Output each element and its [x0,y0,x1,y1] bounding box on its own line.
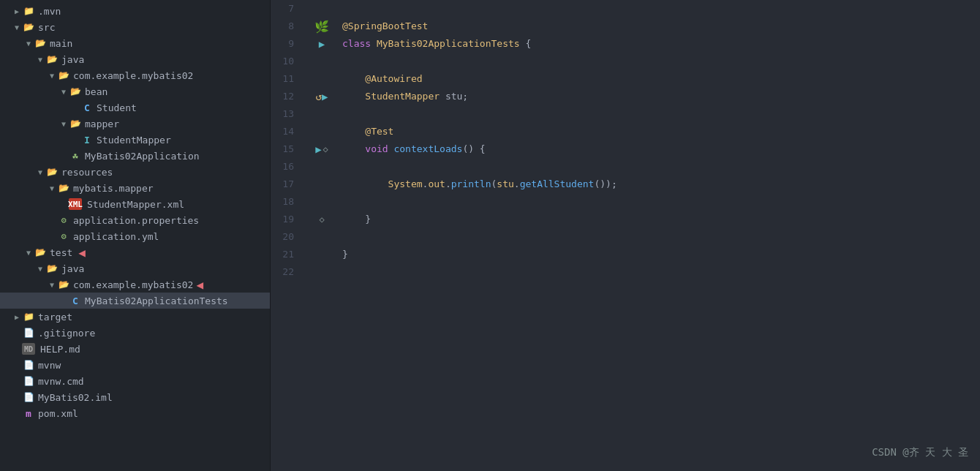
code-area[interactable]: @SpringBootTest class MyBatis02Applicati… [336,0,980,471]
label-app-yml: application.yml [73,231,159,242]
label-pom: pom.xml [38,408,78,419]
tree-item-student[interactable]: ▶ C Student [0,99,270,116]
label-java: java [61,54,84,65]
gutter-20 [307,228,336,246]
label-target: target [38,312,72,323]
pom-icon: m [22,407,35,419]
tree-item-java[interactable]: ▼ 📂 java [0,51,270,67]
gutter-22 [307,263,336,281]
label-mapper: mapper [85,118,119,129]
paren-15: () { [462,140,485,158]
line-numbers: 7 8 9 10 11 12 13 14 15 16 17 18 19 20 2… [271,0,307,471]
gutter-21 [307,246,336,263]
type-studentmapper: StudentMapper [342,88,440,105]
code-line-18 [342,193,980,211]
tree-item-mybatis-mapper[interactable]: ▼ 📂 mybatis.mapper [0,180,270,196]
line-num-9: 9 [271,35,300,53]
xml-icon-studentmapper: XML [69,198,82,210]
java-class-icon-student: C [80,102,94,113]
tree-item-helpmd[interactable]: ▶ MD HELP.md [0,341,270,357]
code-line-14: @Test [342,123,980,140]
editor: 7 8 9 10 11 12 13 14 15 16 17 18 19 20 2… [271,0,980,471]
folder-icon-java-test: 📂 [45,263,59,274]
label-app-properties: application.properties [73,215,199,226]
chevron-target: ▶ [12,313,22,321]
chevron-mvn: ▶ [12,7,22,15]
tree-item-studentmapper[interactable]: ▶ I StudentMapper [0,132,270,148]
code-line-8: @SpringBootTest [342,18,980,35]
tree-item-pom[interactable]: ▶ m pom.xml [0,405,270,421]
tree-item-app-yml[interactable]: ▶ ⚙ application.yml [0,228,270,244]
line-num-8: 8 [271,18,300,35]
gutter-12[interactable]: ↺ ▶ [307,88,336,105]
tree-item-com-example[interactable]: ▼ 📂 com.example.mybatis02 [0,67,270,83]
code-line-19: } [342,211,980,228]
yml-icon: ⚙ [57,230,70,242]
tree-item-studentmapper-xml[interactable]: ▶ XML StudentMapper.xml [0,196,270,212]
label-gitignore: .gitignore [38,328,95,339]
gutter-13 [307,105,336,123]
line-num-14: 14 [271,123,300,140]
label-student: Student [97,102,137,113]
line-num-18: 18 [271,193,300,211]
editor-content: 7 8 9 10 11 12 13 14 15 16 17 18 19 20 2… [271,0,980,471]
code-line-10 [342,53,980,70]
println: println [451,176,491,193]
gutter-15[interactable]: ▶ ◇ [307,140,336,158]
tree-item-com-test[interactable]: ▼ 📂 com.example.mybatis02 ◀ [0,276,270,293]
label-helpmd: HELP.md [38,344,80,355]
gitignore-icon: 📄 [22,327,35,339]
gutter: 🌿 ▶ ↺ ▶ ▶ ◇ ◇ [307,0,336,471]
line-num-17: 17 [271,176,300,193]
chevron-bean: ▼ [59,88,69,96]
label-test: test [50,247,72,258]
chevron-resources: ▼ [35,168,45,176]
classname-9: MyBatis02ApplicationTests [377,35,520,53]
fold-icon-15: ◇ [323,144,328,154]
tree-item-java-test[interactable]: ▼ 📂 java [0,260,270,276]
call-2: ()); [594,176,617,193]
stu-17: stu [497,176,513,193]
tree-item-gitignore[interactable]: ▶ 📄 .gitignore [0,325,270,341]
tree-item-resources[interactable]: ▼ 📂 resources [0,164,270,180]
label-src: src [38,22,55,33]
chevron-com: ▼ [47,72,57,80]
dot-3: . [514,176,520,193]
gutter-8[interactable]: 🌿 [307,18,336,35]
tree-item-bean[interactable]: ▼ 📂 bean [0,83,270,99]
folder-icon-resources: 📂 [45,166,59,178]
tree-item-mvnwcmd[interactable]: ▶ 📄 mvnw.cmd [0,373,270,389]
tree-item-tests-selected[interactable]: ▶ C MyBatis02ApplicationTests [0,293,270,309]
tree-item-mapper[interactable]: ▼ 📂 mapper [0,116,270,132]
tree-item-mvn[interactable]: ▶ 📁 .mvn [0,3,270,19]
chevron-java: ▼ [35,56,45,64]
tree-item-app-properties[interactable]: ▶ ⚙ application.properties [0,212,270,228]
line-num-11: 11 [271,70,300,88]
label-mybatis02tests: MyBatis02ApplicationTests [85,295,228,306]
label-mvnw: mvnw [38,360,61,371]
code-line-7 [342,0,980,18]
dot-2: . [445,176,451,193]
chevron-test: ▼ [23,249,34,257]
chevron-java-test: ▼ [35,265,45,273]
file-tree[interactable]: ▶ 📁 .mvn ▼ 📂 src ▼ 📂 main ▼ 📂 java ▼ 📂 c… [0,0,271,471]
tree-item-main[interactable]: ▼ 📂 main [0,35,270,51]
folder-icon-java: 📂 [45,53,59,65]
label-mvnwcmd: mvnw.cmd [38,376,84,387]
folder-icon-mybatis-mapper: 📂 [57,182,70,194]
tree-item-test[interactable]: ▼ 📂 test ◀ [0,244,270,260]
tree-item-target[interactable]: ▶ 📁 target [0,309,270,325]
tree-item-mvnw[interactable]: ▶ 📄 mvnw [0,357,270,373]
folder-icon-mvn: 📁 [22,5,35,17]
tree-item-mybatis02app[interactable]: ▶ ☘ MyBatis02Application [0,148,270,164]
chevron-mapper: ▼ [59,120,69,128]
gutter-9[interactable]: ▶ [307,35,336,53]
label-mybatis02app: MyBatis02Application [85,151,200,162]
tree-item-iml[interactable]: ▶ 📄 MyBatis02.iml [0,389,270,405]
generic-icon-mvnw: 📄 [22,359,35,371]
tree-item-src[interactable]: ▼ 📂 src [0,19,270,35]
label-iml: MyBatis02.iml [38,392,113,403]
label-resources: resources [61,167,113,178]
red-arrow-indicator: ◀ [78,246,86,260]
code-line-20 [342,228,980,246]
